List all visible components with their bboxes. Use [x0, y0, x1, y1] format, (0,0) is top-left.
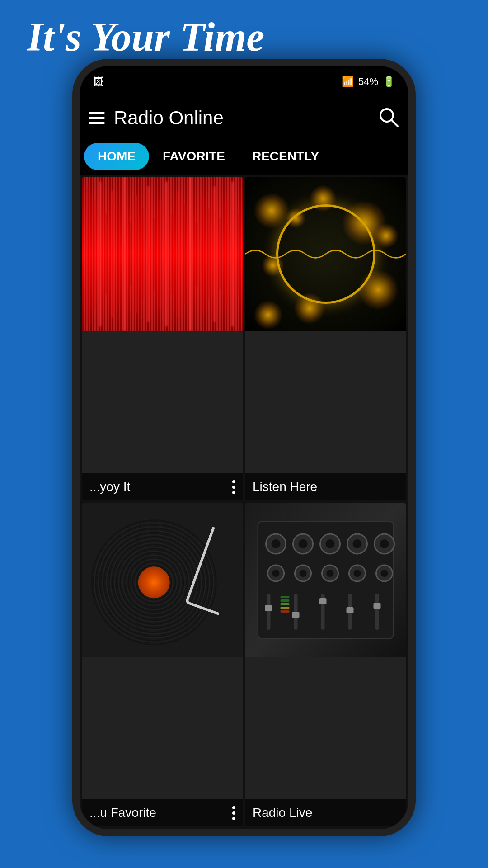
- app-content: Radio Online HOME FAVORITE RECENTLY: [80, 98, 408, 829]
- phone-frame: 🖼 📶 54% 🔋 Radio Online: [72, 59, 416, 836]
- svg-rect-63: [281, 610, 290, 613]
- svg-rect-15: [165, 182, 167, 326]
- status-bar-right: 📶 54% 🔋: [342, 76, 395, 88]
- page-headline: It's Your Time: [27, 14, 264, 60]
- svg-point-42: [300, 570, 307, 577]
- item-more-button-1[interactable]: [232, 480, 235, 494]
- status-bar: 🖼 📶 54% 🔋: [80, 66, 408, 98]
- gold-wave-svg: [245, 244, 406, 264]
- red-wave-background: [82, 177, 243, 331]
- tab-recently[interactable]: RECENTLY: [239, 143, 333, 170]
- svg-point-40: [272, 570, 280, 577]
- item-more-button-3[interactable]: [232, 806, 235, 820]
- search-button[interactable]: [378, 106, 399, 130]
- tab-home[interactable]: HOME: [84, 143, 149, 170]
- battery-percent: 54%: [358, 76, 378, 88]
- mixer-background: [245, 503, 406, 657]
- svg-rect-5: [105, 213, 107, 295]
- svg-rect-50: [265, 605, 272, 611]
- svg-rect-49: [267, 594, 271, 630]
- svg-point-48: [381, 570, 388, 577]
- top-bar: Radio Online: [80, 98, 408, 138]
- hamburger-menu-button[interactable]: [89, 112, 105, 124]
- svg-rect-11: [141, 209, 143, 299]
- grid-item-mixer[interactable]: Radio Live: [245, 503, 406, 826]
- svg-rect-25: [225, 200, 227, 308]
- svg-point-30: [272, 539, 281, 548]
- top-bar-left: Radio Online: [89, 107, 224, 129]
- svg-rect-56: [347, 607, 354, 613]
- svg-rect-23: [214, 186, 216, 322]
- grid-item-vinyl[interactable]: ...u Favorite: [82, 503, 243, 826]
- svg-rect-24: [220, 218, 221, 290]
- svg-point-44: [327, 570, 334, 577]
- svg-rect-22: [207, 209, 209, 299]
- svg-rect-21: [202, 195, 203, 313]
- svg-line-1: [391, 120, 398, 126]
- svg-rect-61: [281, 603, 290, 605]
- item-label-text-red-wave: ...yoy It: [89, 480, 130, 494]
- svg-rect-60: [281, 599, 290, 602]
- svg-rect-10: [136, 195, 137, 313]
- item-label-text-vinyl: ...u Favorite: [89, 806, 156, 820]
- svg-rect-59: [281, 596, 290, 598]
- svg-rect-8: [123, 177, 125, 331]
- svg-rect-27: [238, 213, 239, 295]
- app-title: Radio Online: [114, 107, 224, 129]
- grid-item-red-wave[interactable]: ...yoy It: [82, 177, 243, 500]
- svg-rect-9: [129, 222, 131, 286]
- svg-rect-3: [93, 200, 95, 308]
- svg-point-46: [354, 570, 361, 577]
- svg-rect-14: [160, 200, 161, 308]
- content-grid: ...yoy It: [80, 175, 408, 829]
- svg-rect-54: [319, 598, 327, 604]
- item-label-text-mixer: Radio Live: [253, 806, 312, 820]
- item-label-text-gold-bokeh: Listen Here: [253, 480, 317, 494]
- svg-rect-18: [183, 204, 185, 304]
- svg-rect-4: [99, 182, 101, 326]
- item-label-vinyl: ...u Favorite: [82, 799, 243, 826]
- svg-rect-26: [232, 182, 234, 326]
- svg-rect-19: [189, 177, 191, 331]
- svg-rect-2: [87, 186, 89, 322]
- svg-rect-57: [375, 594, 379, 630]
- svg-point-36: [353, 539, 362, 548]
- svg-rect-17: [178, 191, 179, 317]
- tabs-bar: HOME FAVORITE RECENTLY: [80, 138, 408, 175]
- svg-rect-6: [111, 191, 113, 317]
- svg-rect-52: [292, 612, 300, 618]
- grid-item-gold-bokeh[interactable]: Listen Here: [245, 177, 406, 500]
- notch: [194, 66, 294, 84]
- svg-point-32: [299, 539, 308, 548]
- svg-rect-12: [147, 186, 149, 322]
- svg-rect-16: [171, 213, 173, 295]
- svg-rect-62: [281, 607, 290, 609]
- status-bar-left: 🖼: [93, 75, 104, 88]
- tab-favorite[interactable]: FAVORITE: [149, 143, 239, 170]
- gold-bokeh-background: [245, 177, 406, 331]
- svg-rect-58: [374, 603, 381, 609]
- svg-rect-7: [117, 204, 119, 304]
- svg-point-34: [326, 539, 335, 548]
- svg-point-38: [380, 539, 389, 548]
- svg-rect-13: [154, 218, 155, 290]
- vinyl-background: [82, 503, 243, 657]
- item-label-red-wave: ...yoy It: [82, 473, 243, 500]
- vinyl-center: [134, 563, 173, 602]
- battery-icon: 🔋: [383, 76, 395, 88]
- mixer-svg: [245, 503, 406, 657]
- top-bar-right: [378, 106, 399, 130]
- image-icon: 🖼: [93, 75, 104, 88]
- svg-rect-20: [196, 222, 197, 286]
- item-label-mixer: Radio Live: [245, 799, 406, 826]
- item-label-gold-bokeh: Listen Here: [245, 473, 406, 500]
- signal-icon: 📶: [342, 76, 354, 88]
